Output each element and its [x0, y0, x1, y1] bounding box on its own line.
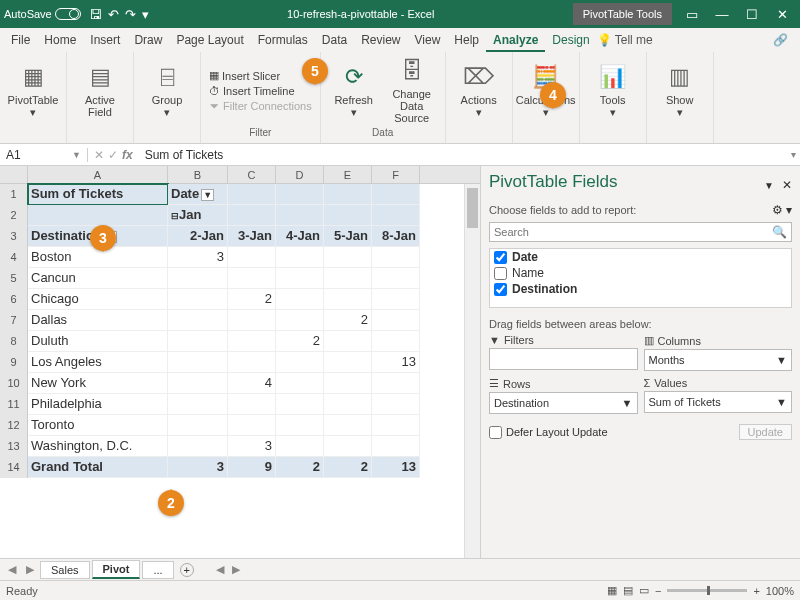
- cell[interactable]: [228, 352, 276, 373]
- row-header[interactable]: 3: [0, 226, 28, 247]
- tab-file[interactable]: File: [4, 28, 37, 52]
- page-break-icon[interactable]: ▭: [639, 584, 649, 597]
- cell[interactable]: [168, 415, 228, 436]
- cell[interactable]: [276, 310, 324, 331]
- cell[interactable]: [276, 247, 324, 268]
- dropdown-icon[interactable]: ▼: [776, 396, 787, 408]
- tab-insert[interactable]: Insert: [83, 28, 127, 52]
- active-field-button[interactable]: ▤ Active Field: [73, 61, 127, 120]
- cell[interactable]: [168, 268, 228, 289]
- cell[interactable]: [168, 394, 228, 415]
- field-checkbox[interactable]: [494, 283, 507, 296]
- vertical-scrollbar[interactable]: [464, 184, 480, 558]
- cell[interactable]: [228, 268, 276, 289]
- row-header[interactable]: 2: [0, 205, 28, 226]
- gear-icon[interactable]: ⚙ ▾: [772, 203, 792, 217]
- filter-dropdown-icon[interactable]: ▼: [201, 189, 214, 201]
- zoom-slider[interactable]: [667, 589, 747, 592]
- enter-icon[interactable]: ✓: [108, 148, 118, 162]
- cell[interactable]: New York: [28, 373, 168, 394]
- row-header[interactable]: 12: [0, 415, 28, 436]
- row-header[interactable]: 8: [0, 331, 28, 352]
- cell[interactable]: 13: [372, 352, 420, 373]
- cell[interactable]: [324, 436, 372, 457]
- row-header[interactable]: 6: [0, 289, 28, 310]
- undo-icon[interactable]: ↶: [108, 7, 119, 22]
- scrollbar-thumb[interactable]: [467, 188, 478, 228]
- tab-help[interactable]: Help: [447, 28, 486, 52]
- cell[interactable]: Los Angeles: [28, 352, 168, 373]
- cell[interactable]: 3: [228, 436, 276, 457]
- field-row[interactable]: Destination: [490, 281, 791, 297]
- cell[interactable]: [372, 394, 420, 415]
- tab-data[interactable]: Data: [315, 28, 354, 52]
- expand-formula-icon[interactable]: ▾: [791, 149, 800, 160]
- cell[interactable]: [324, 247, 372, 268]
- cell[interactable]: 2: [276, 331, 324, 352]
- cell[interactable]: 3: [168, 247, 228, 268]
- cell[interactable]: [372, 289, 420, 310]
- cell[interactable]: 5-Jan: [324, 226, 372, 247]
- cell[interactable]: 13: [372, 457, 420, 478]
- pane-options-icon[interactable]: ▼: [764, 180, 774, 191]
- actions-button[interactable]: ⌦ Actions▾: [452, 61, 506, 120]
- field-row[interactable]: Date: [490, 249, 791, 265]
- save-icon[interactable]: 🖫: [89, 7, 102, 22]
- cell[interactable]: [372, 331, 420, 352]
- cell-a1[interactable]: Sum of Tickets: [28, 184, 168, 205]
- cell[interactable]: [324, 394, 372, 415]
- autosave-toggle[interactable]: AutoSave: [4, 8, 81, 20]
- rows-area[interactable]: ☰Rows Destination▼: [489, 377, 638, 414]
- cell[interactable]: [168, 373, 228, 394]
- cell[interactable]: [324, 289, 372, 310]
- cell[interactable]: 4-Jan: [276, 226, 324, 247]
- new-sheet-icon[interactable]: +: [180, 563, 194, 577]
- show-button[interactable]: ▥ Show▾: [653, 61, 707, 120]
- cancel-icon[interactable]: ✕: [94, 148, 104, 162]
- cell[interactable]: [276, 415, 324, 436]
- tab-nav-next-icon[interactable]: ▶: [22, 563, 38, 576]
- cell[interactable]: [276, 352, 324, 373]
- row-header[interactable]: 7: [0, 310, 28, 331]
- col-header-a[interactable]: A: [28, 166, 168, 183]
- tab-draw[interactable]: Draw: [127, 28, 169, 52]
- col-header-d[interactable]: D: [276, 166, 324, 183]
- normal-view-icon[interactable]: ▦: [607, 584, 617, 597]
- cell[interactable]: [228, 310, 276, 331]
- columns-box[interactable]: Months▼: [644, 349, 793, 371]
- cell[interactable]: [372, 415, 420, 436]
- field-checkbox[interactable]: [494, 267, 507, 280]
- cell[interactable]: [276, 289, 324, 310]
- cell[interactable]: Duluth: [28, 331, 168, 352]
- col-header-c[interactable]: C: [228, 166, 276, 183]
- filters-box[interactable]: [489, 348, 638, 370]
- share-button[interactable]: 🔗: [765, 33, 796, 47]
- cell[interactable]: [372, 247, 420, 268]
- cell[interactable]: 4: [228, 373, 276, 394]
- cell[interactable]: [372, 310, 420, 331]
- values-box[interactable]: Sum of Tickets▼: [644, 391, 793, 413]
- tab-view[interactable]: View: [408, 28, 448, 52]
- row-header[interactable]: 5: [0, 268, 28, 289]
- zoom-out-icon[interactable]: −: [655, 585, 661, 597]
- hscroll-right-icon[interactable]: ▶: [232, 563, 240, 576]
- cell[interactable]: [276, 373, 324, 394]
- formula-input[interactable]: Sum of Tickets: [139, 148, 791, 162]
- cell[interactable]: 2: [228, 289, 276, 310]
- dropdown-icon[interactable]: ▼: [622, 397, 633, 409]
- group-button[interactable]: ⌸ Group▾: [140, 61, 194, 120]
- tab-formulas[interactable]: Formulas: [251, 28, 315, 52]
- sheet-tab-more[interactable]: ...: [142, 561, 173, 579]
- sheet-tab-pivot[interactable]: Pivot: [92, 560, 141, 579]
- cell[interactable]: 2: [276, 457, 324, 478]
- rows-box[interactable]: Destination▼: [489, 392, 638, 414]
- cell[interactable]: [168, 331, 228, 352]
- insert-timeline-button[interactable]: ⏱Insert Timeline: [207, 84, 314, 98]
- cell[interactable]: [324, 373, 372, 394]
- cell[interactable]: 3-Jan: [228, 226, 276, 247]
- pivottable-button[interactable]: ▦ PivotTable▾: [6, 61, 60, 120]
- cell[interactable]: [372, 436, 420, 457]
- cell[interactable]: [276, 268, 324, 289]
- cell[interactable]: [324, 331, 372, 352]
- cell[interactable]: Grand Total: [28, 457, 168, 478]
